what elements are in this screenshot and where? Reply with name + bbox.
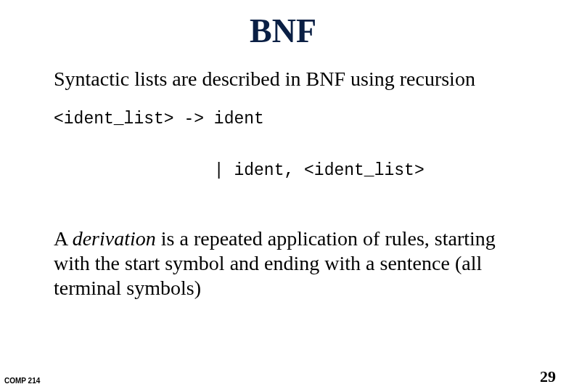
code-line-2: | ident, <ident_list> xyxy=(54,161,424,180)
footer-page-number: 29 xyxy=(540,367,556,386)
bnf-code-block: <ident_list> -> ident | ident, <ident_li… xyxy=(54,107,518,184)
para2-prefix: A xyxy=(54,227,73,250)
slide-title: BNF xyxy=(0,12,566,50)
slide-body: Syntactic lists are described in BNF usi… xyxy=(54,67,518,301)
footer-course-code: COMP 214 xyxy=(4,377,40,385)
derivation-paragraph: A derivation is a repeated application o… xyxy=(54,226,518,301)
para2-italic-term: derivation xyxy=(73,227,156,250)
code-line-1: <ident_list> -> ident xyxy=(54,110,264,128)
slide: BNF Syntactic lists are described in BNF… xyxy=(0,0,566,392)
intro-paragraph: Syntactic lists are described in BNF usi… xyxy=(54,67,518,91)
